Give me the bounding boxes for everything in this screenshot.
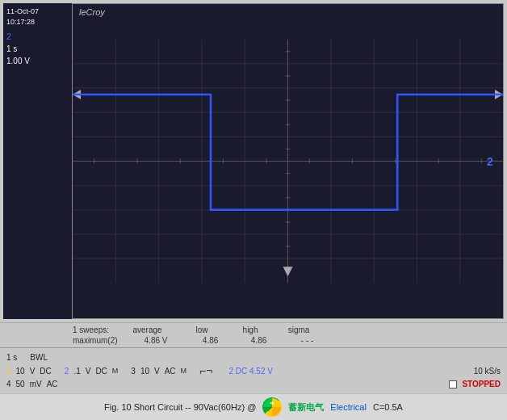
ch4-unit: mV [30,380,42,388]
ch4-num: 4 [6,380,11,388]
date-display: 11-Oct-07 10:17:28 [6,6,69,27]
logo-icon [262,397,282,417]
avg-value: 4.86 V [134,336,178,345]
bwl-label: BWL [30,353,48,362]
stats-data-row: maximum(2) 4.86 V 4.86 4.86 - - - [73,335,501,346]
ch3-coupling: AC [165,367,176,376]
stopped-indicator [449,380,457,388]
ch3-volt: 10 [140,367,149,376]
caption-text: Fig. 10 Short Circuit -- 90Vac(60Hz) @ [104,402,256,412]
time-label: 1 s [6,353,17,362]
channel-scale: 1 s 1.00 V [6,43,69,67]
controls-row3: 4 50 mV AC STOPPED [6,378,501,390]
scope-area: 11-Oct-07 10:17:28 2 1 s 1.00 V leCroy [0,0,507,322]
left-panel: 11-Oct-07 10:17:28 2 1 s 1.00 V [3,3,72,319]
ch4-volt: 50 [16,380,25,388]
date: 11-Oct-07 [6,6,69,17]
ch1-num: 1 [6,367,11,376]
time: 10:17:28 [6,17,69,27]
ch2-volt: .1 [73,367,80,376]
sweeps-label: 1 sweeps: [73,326,109,334]
channel-number: 2 [6,32,69,41]
avg-header: average [125,326,170,334]
volt-scale: 1.00 V [6,55,69,67]
low-header: low [186,326,218,334]
stats-area: 1 sweeps: average low high sigma maximum… [0,322,507,347]
controls-row2: 1 10 V DC 2 .1 V DC M 3 10 V AC M ⌐¬ 2 D… [6,363,501,378]
stats-header-row: 1 sweeps: average low high sigma [73,325,501,335]
svg-text:2: 2 [487,155,493,168]
pulse-symbol: ⌐¬ [199,365,212,376]
ch1-coupling: DC [40,367,51,376]
sigma-value: - - - [291,336,324,345]
sigma-header: sigma [283,326,315,334]
ch1-unit: V [30,367,36,376]
main-container: 11-Oct-07 10:17:28 2 1 s 1.00 V leCroy [0,0,507,420]
caption: Fig. 10 Short Circuit -- 90Vac(60Hz) @ 蓄… [0,393,507,420]
controls-row1: 1 s BWL [6,351,501,363]
scope-screen: leCroy [72,3,504,319]
logo-text-main: 蓄新电气 [288,401,324,414]
ch2-sub: M [112,367,119,375]
caption-extra: C=0.5A [373,402,403,412]
status-area: STOPPED [449,380,501,388]
ch2-num: 2 [65,367,69,376]
ch2-info: 2 DC 4.52 V [228,367,272,376]
high-value: 4.86 [243,336,275,345]
logo-text-elec: Electrical [330,402,367,412]
ch3-unit: V [154,367,160,376]
ch3-num: 3 [131,367,136,376]
metric-label: maximum(2) [73,336,118,345]
bottom-controls: 1 s BWL 1 10 V DC 2 .1 V DC M 3 10 V AC … [0,347,507,393]
ch2-coupling: DC [95,367,107,376]
time-scale: 1 s [6,43,69,55]
brand-label: leCroy [79,7,105,17]
ch4-coupling: AC [47,380,58,388]
ch1-volt: 10 [16,367,25,376]
ch2-unit: V [86,367,91,376]
ch3-sub: M [181,367,187,375]
low-value: 4.86 [195,336,227,345]
stopped-label: STOPPED [462,380,501,388]
high-header: high [234,326,266,334]
sample-rate: 10 kS/s [474,367,501,376]
waveform-display: 2 [73,4,503,318]
